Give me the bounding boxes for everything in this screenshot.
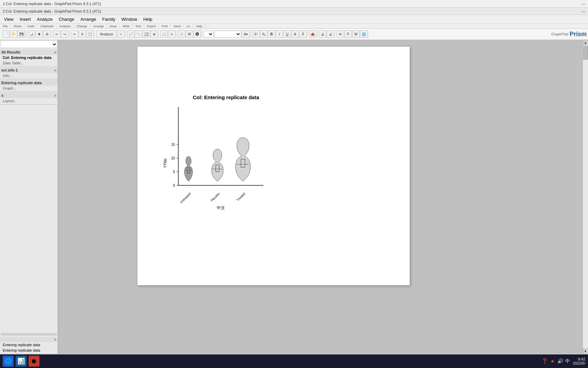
svg-text:15: 15: [171, 143, 175, 147]
taskbar-volume-icon[interactable]: 🔊: [557, 358, 563, 364]
sidebar: ith Results » Col: Entering replicate da…: [0, 40, 58, 354]
sidebar-section-info: ect info 1 » Info...: [0, 67, 58, 79]
new-btn[interactable]: 📄: [2, 30, 10, 38]
strikethrough-btn[interactable]: X: [291, 30, 299, 38]
draw-btn-2[interactable]: W: [186, 30, 193, 38]
menu-insert[interactable]: Insert: [17, 16, 34, 22]
toolbar-write-group: X² X₂ B I U X X̄: [251, 30, 308, 38]
sheet-config-btn[interactable]: ⚙: [43, 30, 51, 38]
sidebar-bottom-expand[interactable]: »: [54, 338, 56, 341]
menu-analyze[interactable]: Analyze: [34, 16, 55, 22]
sidebar-bottom-header: »: [0, 337, 58, 342]
sidebar-expand-results[interactable]: »: [54, 50, 56, 54]
right-scrollbar: ▲ ▼: [583, 40, 588, 354]
strikethrough2-btn[interactable]: X̄: [299, 30, 307, 38]
sheet-btn[interactable]: 📊: [28, 30, 35, 38]
open-btn[interactable]: 📁: [10, 30, 17, 38]
svg-text:0: 0: [173, 184, 175, 187]
font-color-btn[interactable]: A▾: [242, 30, 250, 38]
sidebar-item-layout[interactable]: Layout...: [0, 98, 58, 104]
font-style-select[interactable]: [203, 31, 214, 37]
underline-btn[interactable]: U: [283, 30, 291, 38]
sidebar-scrollbar[interactable]: [1, 333, 57, 336]
menu-window[interactable]: Window: [119, 16, 140, 22]
redo-btn[interactable]: ↪: [61, 30, 68, 38]
toolbar-undo-group: ↩ ↪: [52, 30, 69, 38]
subscript-btn[interactable]: X₂: [260, 30, 267, 38]
taskbar-help-icon[interactable]: ❓: [542, 358, 548, 364]
sidebar-type-dropdown[interactable]: [0, 41, 58, 48]
toolbar-draw-group: √ W 🅦: [177, 30, 202, 38]
taskbar-icon-browser[interactable]: 🌐: [3, 356, 14, 367]
send-web-btn[interactable]: 🌐: [360, 30, 368, 38]
violin-untreated: [184, 156, 193, 181]
sidebar-expand-layouts[interactable]: »: [54, 94, 56, 97]
menu-view[interactable]: View: [1, 16, 16, 22]
sidebar-item-col-data[interactable]: Col: Entering replicate data: [0, 55, 58, 60]
send-word-btn[interactable]: W: [352, 30, 360, 38]
send-email-btn[interactable]: ✉: [337, 30, 344, 38]
sidebar-item-graph[interactable]: Graph...: [0, 86, 58, 91]
date-display: 2022/5/: [573, 361, 585, 365]
change-btn-1[interactable]: 📈: [127, 30, 134, 38]
send-ppt-btn[interactable]: P: [344, 30, 352, 38]
change-btn-4[interactable]: ⊕: [150, 30, 158, 38]
taskbar-icon-record[interactable]: ⏺: [29, 356, 39, 367]
menu-help[interactable]: Help: [141, 16, 155, 22]
print2-btn[interactable]: 🖨: [327, 30, 334, 38]
ribbon-label-analysis: Analysis: [56, 24, 74, 28]
change-btn-2[interactable]: 📉: [135, 30, 142, 38]
menu-arrange[interactable]: Arrange: [78, 16, 99, 22]
paste-btn[interactable]: 📋: [86, 30, 94, 38]
sidebar-bottom-item-2[interactable]: Entering replicate data: [0, 348, 58, 353]
ribbon-label-text: Text: [133, 24, 144, 28]
italic-btn[interactable]: I: [276, 30, 283, 38]
font-name-select[interactable]: [214, 31, 241, 37]
taskbar-icon-prism[interactable]: 📊: [16, 356, 27, 367]
undo-btn[interactable]: ↩: [53, 30, 61, 38]
violin-placebo: [212, 149, 223, 181]
menu-change[interactable]: Change: [56, 16, 77, 22]
prism-logo: GraphPad Prism: [551, 31, 587, 38]
arrange-btn-1[interactable]: ⬜: [160, 30, 168, 38]
change-btn-3[interactable]: 🔄: [143, 30, 150, 38]
ribbon-label-undo: Undo: [24, 24, 38, 28]
save-btn[interactable]: 💾: [18, 30, 25, 38]
export-btn[interactable]: 📤: [309, 30, 316, 38]
superscript-btn[interactable]: X²: [252, 30, 260, 38]
bold-btn[interactable]: B: [268, 30, 275, 38]
analyze-button[interactable]: Analyze: [96, 30, 117, 38]
draw-btn-3[interactable]: 🅦: [194, 30, 201, 38]
taskbar-chinese-icon[interactable]: 中: [565, 358, 570, 364]
taskbar-time: 9:42 2022/5/: [573, 357, 585, 365]
sidebar-bottom-item-1[interactable]: Entering replicate data: [0, 342, 58, 348]
minimize-btn-1[interactable]: —: [582, 2, 585, 6]
menu-family[interactable]: Family: [100, 16, 118, 22]
ribbon-label-sheet: Sheet: [11, 24, 25, 28]
scroll-thumb[interactable]: [583, 46, 588, 60]
cut-btn[interactable]: ✂: [71, 30, 78, 38]
toolbar-arrange-group: ⬜ ≡: [160, 30, 177, 38]
taskbar-network-icon: 🔺: [550, 358, 555, 364]
sidebar-section-title-graph: Entering replicate data: [1, 81, 42, 85]
check-btn[interactable]: ✓: [117, 30, 125, 38]
taskbar: 🌐 📊 ⏺ ❓ 🔺 🔊 中 9:42 2022/5/: [0, 354, 588, 368]
arrange-btn-2[interactable]: ≡: [168, 30, 176, 38]
scroll-track[interactable]: [583, 45, 588, 349]
draw-btn-1[interactable]: √: [178, 30, 185, 38]
toolbar-sheet-group: 📊 ✚ ⚙: [27, 30, 52, 38]
taskbar-system-icons: ❓ 🔺 🔊 中: [542, 358, 570, 364]
sheet-add-btn[interactable]: ✚: [35, 30, 43, 38]
ribbon-label-draw: Draw: [107, 24, 120, 28]
chart-title: Col: Entering replicate data: [161, 94, 291, 100]
minimize-btn-2[interactable]: —: [582, 9, 585, 13]
ribbon-label-send: Send: [171, 24, 184, 28]
copy-btn[interactable]: ⎘: [79, 30, 86, 38]
violin-chart: 0 5 10 15 YTitle: [161, 104, 291, 213]
sidebar-item-info[interactable]: Info...: [0, 73, 58, 78]
sidebar-expand-info[interactable]: »: [54, 68, 56, 72]
sidebar-item-data-table[interactable]: Data Table...: [0, 60, 58, 66]
scroll-up-arrow[interactable]: ▲: [583, 40, 588, 45]
print-btn[interactable]: 🖨: [319, 30, 326, 38]
scroll-down-arrow[interactable]: ▼: [583, 349, 588, 354]
